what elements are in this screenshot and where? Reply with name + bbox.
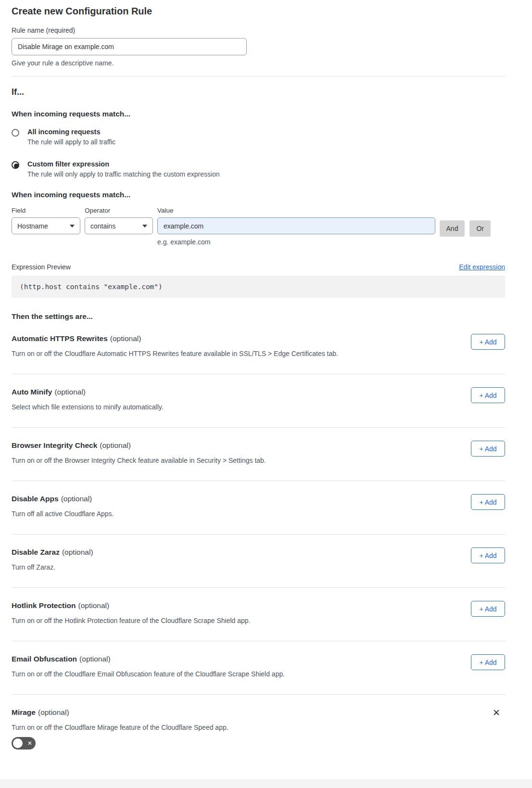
setting-optional-label: (optional) [38, 708, 69, 716]
setting-main: Automatic HTTPS Rewrites(optional)Turn o… [12, 334, 461, 357]
add-auto-minify-button[interactable]: + Add [471, 387, 505, 403]
setting-description: Turn on or off the Cloudflare Email Obfu… [12, 670, 461, 678]
close-icon[interactable]: ✕ [488, 708, 505, 717]
setting-description: Turn on or off the Cloudflare Automatic … [12, 350, 461, 357]
value-help: e.g. example.com [157, 238, 435, 246]
settings-heading: Then the settings are... [12, 312, 505, 321]
page-title: Create new Configuration Rule [12, 6, 505, 17]
setting-optional-label: (optional) [62, 548, 93, 556]
expression-builder-heading: When incoming requests match... [12, 191, 505, 199]
radio-unselected-icon[interactable] [12, 129, 19, 137]
and-button[interactable]: And [440, 220, 465, 237]
setting-title: Disable Apps(optional) [12, 495, 461, 503]
setting-description: Turn on or off the Cloudflare Mirage fea… [12, 724, 478, 731]
setting-description: Turn off all active Cloudflare Apps. [12, 510, 461, 518]
operator-select-value: contains [90, 222, 115, 230]
setting-disable-apps: Disable Apps(optional)Turn off all activ… [12, 481, 505, 534]
field-label: Field [12, 207, 80, 214]
add-browser-integrity-check-button[interactable]: + Add [471, 441, 505, 457]
setting-main: Disable Apps(optional)Turn off all activ… [12, 495, 461, 518]
rule-name-help: Give your rule a descriptive name. [12, 59, 505, 67]
setting-optional-label: (optional) [78, 601, 109, 610]
setting-main: Disable Zaraz(optional)Turn off Zaraz. [12, 548, 461, 571]
setting-main: Hotlink Protection(optional)Turn on or o… [12, 601, 461, 624]
add-disable-apps-button[interactable]: + Add [471, 494, 505, 510]
setting-optional-label: (optional) [79, 655, 111, 663]
setting-optional-label: (optional) [61, 495, 92, 503]
setting-hotlink-protection: Hotlink Protection(optional)Turn on or o… [12, 588, 505, 641]
section-divider [12, 76, 505, 76]
field-select[interactable]: Hostname [12, 217, 80, 234]
value-label: Value [157, 207, 435, 214]
if-heading: If... [12, 87, 505, 97]
setting-action: + Add [471, 441, 505, 457]
add-disable-zaraz-button[interactable]: + Add [471, 547, 505, 563]
setting-name: Disable Zaraz [12, 548, 60, 556]
expression-builder-row: Field Hostname Operator contains Value e… [12, 207, 505, 246]
setting-action: + Add [471, 334, 505, 350]
setting-main: Auto Minify(optional)Select which file e… [12, 388, 461, 411]
footer-band [0, 779, 532, 788]
setting-main: Browser Integrity Check(optional)Turn on… [12, 441, 461, 464]
or-button[interactable]: Or [469, 220, 491, 237]
radio-option-all-incoming-requests[interactable]: All incoming requests The rule will appl… [12, 128, 505, 146]
radio-selected-icon[interactable] [12, 161, 19, 169]
add-automatic-https-rewrites-button[interactable]: + Add [471, 334, 505, 350]
setting-description: Turn on or off the Hotlink Protection fe… [12, 617, 461, 624]
operator-select[interactable]: contains [85, 217, 153, 234]
setting-optional-label: (optional) [110, 334, 141, 343]
request-match-radio-group: All incoming requests The rule will appl… [12, 128, 505, 178]
setting-name: Disable Apps [12, 495, 59, 503]
radio-option-description: The rule will apply to all traffic [27, 138, 115, 146]
setting-disable-zaraz: Disable Zaraz(optional)Turn off Zaraz.+ … [12, 534, 505, 588]
setting-auto-minify: Auto Minify(optional)Select which file e… [12, 374, 505, 428]
setting-main: Mirage(optional)Turn on or off the Cloud… [12, 708, 478, 751]
chevron-down-icon [70, 225, 75, 228]
expression-preview-code: (http.host contains "example.com") [12, 276, 505, 298]
setting-title: Disable Zaraz(optional) [12, 548, 461, 557]
setting-action: ✕ [488, 708, 505, 718]
setting-name: Automatic HTTPS Rewrites [12, 334, 108, 343]
setting-name: Auto Minify [12, 388, 52, 396]
mirage-toggle[interactable]: ✕ [12, 737, 36, 750]
setting-action: + Add [471, 601, 505, 617]
radio-option-custom-filter-expression[interactable]: Custom filter expression The rule will o… [12, 160, 505, 178]
add-email-obfuscation-button[interactable]: + Add [471, 654, 505, 670]
toggle-off-x-icon: ✕ [27, 740, 32, 746]
setting-email-obfuscation: Email Obfuscation(optional)Turn on or of… [12, 641, 505, 695]
setting-title: Browser Integrity Check(optional) [12, 441, 461, 450]
expression-preview-header: Expression Preview Edit expression [12, 263, 505, 271]
setting-browser-integrity-check: Browser Integrity Check(optional)Turn on… [12, 428, 505, 481]
conjunction-buttons: And Or [440, 220, 491, 237]
setting-mirage: Mirage(optional)Turn on or off the Cloud… [12, 695, 505, 751]
setting-name: Email Obfuscation [12, 655, 77, 663]
radio-option-label: All incoming requests [27, 128, 115, 136]
add-hotlink-protection-button[interactable]: + Add [471, 601, 505, 617]
setting-optional-label: (optional) [100, 441, 131, 449]
toggle-knob-icon [13, 738, 23, 748]
rule-name-input[interactable] [12, 38, 247, 55]
edit-expression-link[interactable]: Edit expression [459, 263, 505, 271]
setting-automatic-https-rewrites: Automatic HTTPS Rewrites(optional)Turn o… [12, 321, 505, 374]
value-input[interactable] [157, 217, 435, 234]
setting-title: Hotlink Protection(optional) [12, 601, 461, 610]
incoming-requests-match-heading: When incoming requests match... [12, 110, 505, 118]
setting-title: Automatic HTTPS Rewrites(optional) [12, 334, 461, 343]
setting-name: Browser Integrity Check [12, 441, 97, 449]
radio-option-label: Custom filter expression [27, 160, 220, 168]
settings-list: Automatic HTTPS Rewrites(optional)Turn o… [12, 321, 505, 751]
setting-action: + Add [471, 495, 505, 510]
setting-action: + Add [471, 548, 505, 563]
create-configuration-rule-page: Create new Configuration Rule Rule name … [0, 0, 532, 751]
operator-label: Operator [85, 207, 153, 214]
setting-title: Mirage(optional) [12, 708, 478, 717]
setting-description: Turn off Zaraz. [12, 563, 461, 571]
setting-action: + Add [471, 388, 505, 403]
setting-name: Hotlink Protection [12, 601, 76, 610]
setting-optional-label: (optional) [54, 388, 86, 396]
setting-main: Email Obfuscation(optional)Turn on or of… [12, 655, 461, 678]
setting-name: Mirage [12, 708, 36, 716]
setting-title: Auto Minify(optional) [12, 388, 461, 396]
setting-description: Select which file extensions to minify a… [12, 403, 461, 411]
setting-description: Turn on or off the Browser Integrity Che… [12, 457, 461, 464]
